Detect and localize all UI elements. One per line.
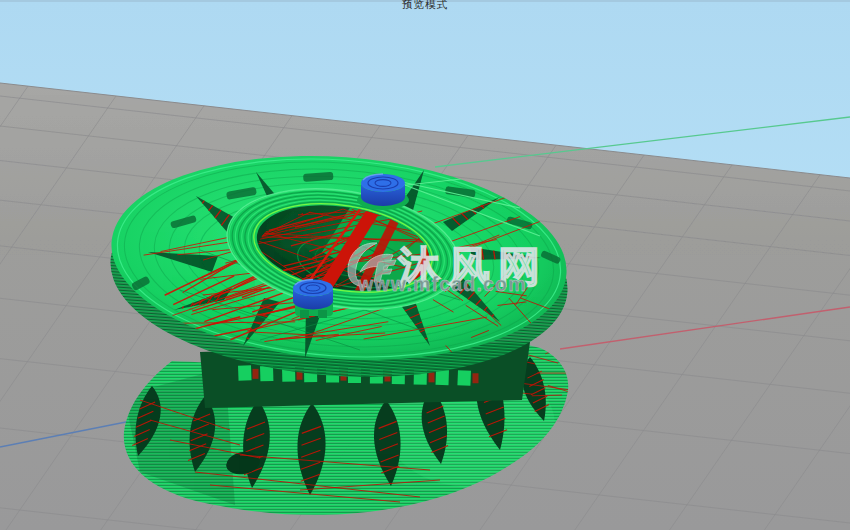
scene-canvas[interactable]: 沐风网 www.mfcad.com [0,0,850,530]
tooth [260,366,273,381]
slicer-preview-viewport[interactable]: 沐风网 www.mfcad.com 预览模式 [0,0,850,530]
support-red [473,373,479,383]
travel-line [532,395,562,396]
tooth [436,370,449,385]
support-red [253,369,259,379]
support-red-line [425,338,427,339]
tooth [457,370,471,386]
support-red-line [247,338,250,339]
support-red [429,372,435,382]
tooth [238,365,252,380]
watermark-site-url: www.mfcad.com [357,273,527,295]
blue-boss-bottom [293,280,333,319]
blue-boss-top [357,174,409,210]
mode-label: 预览模式 [0,0,850,12]
